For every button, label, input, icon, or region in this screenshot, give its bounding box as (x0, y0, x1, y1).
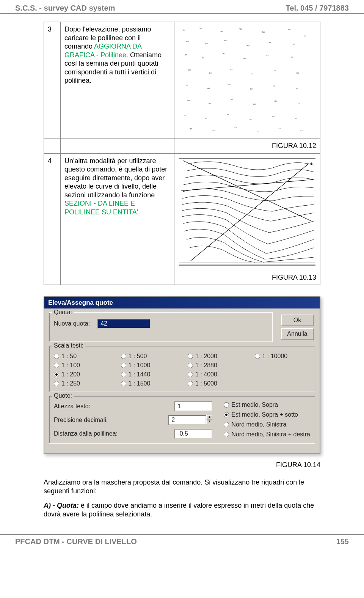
scale-radio[interactable]: 1 : 1440 (121, 371, 177, 378)
radio-label: Est medio, Sopra (231, 401, 278, 408)
cancel-button[interactable]: Annulla (281, 328, 314, 340)
scale-radio[interactable]: 1 : 500 (121, 353, 177, 360)
svg-text:18.5: 18.5 (296, 88, 298, 89)
radio-label: 1 : 4000 (195, 371, 217, 378)
svg-text:14.2: 14.2 (200, 28, 202, 29)
radio-label: 1 : 5000 (195, 380, 217, 387)
scale-radio[interactable]: 1 : 2880 (188, 362, 243, 369)
radio-icon[interactable] (121, 381, 126, 386)
quota-input[interactable]: 42 (97, 319, 151, 329)
step-text: Dopo l'elevazione, possiamo caricare le … (61, 22, 174, 138)
scale-radio[interactable]: 1 : 200 (54, 371, 110, 378)
svg-line-66 (190, 164, 308, 261)
radio-icon[interactable] (188, 363, 193, 368)
scale-radio[interactable]: 1 : 250 (54, 380, 110, 387)
spin-down-icon[interactable]: ▼ (206, 420, 212, 424)
prec-input[interactable]: 2 (168, 415, 206, 425)
radio-label: 1 : 1000 (129, 362, 151, 369)
dialog-body: Ok Annulla Quota: Nuova quota: 42 Scala … (44, 308, 320, 453)
scale-grid: 1 : 501 : 5001 : 20001 : 100001 : 1001 :… (54, 353, 310, 387)
svg-text:17.5: 17.5 (209, 72, 212, 74)
dist-label: Distanza dalla polilinea: (54, 430, 122, 437)
radio-icon[interactable] (121, 372, 126, 377)
altezza-input[interactable]: 1 (174, 401, 212, 411)
svg-text:16.4: 16.4 (243, 58, 246, 60)
svg-text:19.5: 19.5 (298, 103, 300, 104)
scale-radio[interactable]: 1 : 10000 (255, 353, 311, 360)
position-radio[interactable]: Est medio, Sopra + sotto (224, 411, 310, 418)
dialog-titlebar: Eleva/Assegna quote (44, 297, 320, 308)
radio-icon[interactable] (54, 354, 59, 359)
svg-text:20.7: 20.7 (249, 119, 252, 120)
svg-text:20.0: 20.0 (227, 114, 229, 116)
svg-text:19.6: 19.6 (209, 103, 211, 104)
table-row: 3 Dopo l'elevazione, possiamo caricare l… (44, 22, 320, 138)
altezza-label: Altezza testo: (54, 403, 122, 410)
radio-icon[interactable] (188, 354, 193, 359)
position-radio[interactable]: Nord medio, Sinistra (224, 421, 310, 428)
radio-icon[interactable] (121, 354, 126, 359)
svg-text:13.7: 13.7 (183, 30, 185, 31)
position-radio[interactable]: Est medio, Sopra (224, 401, 310, 408)
figure-caption: FIGURA 10.12 (174, 138, 320, 154)
svg-text:20.1: 20.1 (184, 115, 186, 116)
lead-bold: A) - Quota: (44, 502, 79, 509)
svg-text:19.2: 19.2 (275, 101, 277, 102)
points-svg: 13.714.213.914.114.614.215.3 15.415.615.… (178, 25, 316, 135)
quote-row-prec: Precisione decimali: 2 ▲ ▼ (54, 415, 212, 425)
scale-radio[interactable]: 1 : 100 (54, 362, 110, 369)
svg-text:18.2: 18.2 (273, 85, 275, 87)
dist-input[interactable]: -0.5 (174, 429, 212, 439)
svg-text:15.7: 15.7 (293, 44, 295, 45)
radio-icon[interactable] (121, 363, 126, 368)
contour-svg (178, 157, 316, 267)
ok-button[interactable]: Ok (281, 315, 314, 326)
svg-text:21.8: 21.8 (257, 131, 259, 132)
svg-text:15.8: 15.8 (247, 45, 249, 46)
svg-text:17.3: 17.3 (274, 70, 276, 72)
svg-text:21.6: 21.6 (212, 130, 215, 132)
radio-icon[interactable] (224, 432, 229, 437)
paragraph: A) - Quota: è il campo dove andiamo a in… (44, 501, 320, 519)
radio-icon[interactable] (255, 354, 260, 359)
quota-label: Nuova quota: (54, 320, 90, 327)
radio-icon[interactable] (224, 422, 229, 427)
scale-radio[interactable]: 1 : 5000 (188, 380, 243, 387)
scale-radio[interactable]: 1 : 4000 (188, 371, 243, 378)
quote-grid: Altezza testo: 1 Precisione decimali: 2 … (54, 401, 310, 439)
radio-label: 1 : 2880 (195, 362, 217, 369)
svg-line-65 (181, 179, 314, 191)
svg-text:15.2: 15.2 (224, 40, 227, 41)
radio-icon[interactable] (224, 412, 229, 417)
footer-right: 155 (336, 537, 349, 546)
quote-right: Est medio, SopraEst medio, Sopra + sotto… (224, 401, 310, 439)
table-row-caption: FIGURA 10.13 (44, 270, 320, 285)
radio-icon[interactable] (54, 381, 59, 386)
svg-text:16.7: 16.7 (223, 53, 225, 54)
svg-text:16.0: 16.0 (266, 55, 268, 57)
spin-up-icon[interactable]: ▲ (206, 415, 212, 420)
svg-text:14.2: 14.2 (289, 29, 291, 31)
svg-text:15.1: 15.1 (270, 42, 272, 44)
position-radio[interactable]: Nord medio, Sinistra + destra (224, 431, 310, 438)
spinner-buttons[interactable]: ▲ ▼ (206, 415, 212, 425)
svg-text:19.8: 19.8 (253, 104, 256, 105)
svg-text:14.6: 14.6 (262, 31, 265, 33)
scale-radio[interactable]: 1 : 2000 (188, 353, 243, 360)
prec-spinner[interactable]: 2 ▲ ▼ (168, 415, 212, 425)
svg-text:21.3: 21.3 (190, 128, 192, 130)
radio-icon[interactable] (224, 402, 229, 408)
radio-icon[interactable] (188, 381, 193, 386)
scale-radio[interactable]: 1 : 1000 (121, 362, 177, 369)
svg-text:18.0: 18.0 (228, 84, 231, 85)
svg-text:18.1: 18.1 (186, 85, 188, 86)
step-number: 4 (44, 153, 61, 270)
radio-icon[interactable] (54, 372, 59, 377)
scale-radio[interactable]: 1 : 1500 (121, 380, 177, 387)
radio-icon[interactable] (188, 372, 193, 377)
radio-icon[interactable] (54, 363, 59, 368)
radio-label: 1 : 1500 (129, 380, 151, 387)
contour-image (178, 157, 316, 267)
page-content: 3 Dopo l'elevazione, possiamo caricare l… (0, 14, 364, 519)
scale-radio[interactable]: 1 : 50 (54, 353, 110, 360)
